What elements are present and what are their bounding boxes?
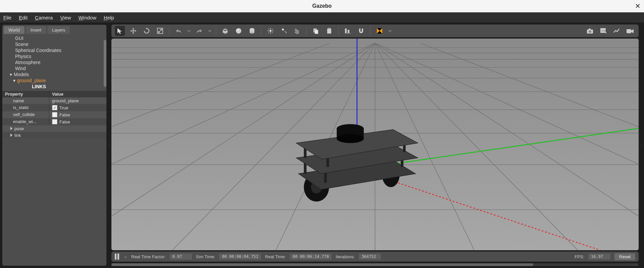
svg-point-6 bbox=[269, 30, 271, 32]
menu-help[interactable]: Help bbox=[104, 15, 114, 20]
tool-rotate[interactable] bbox=[142, 26, 152, 36]
directional-light[interactable] bbox=[292, 26, 302, 36]
viewport-3d[interactable] bbox=[111, 39, 639, 250]
tree-wind[interactable]: Wind bbox=[4, 65, 104, 71]
svg-line-18 bbox=[295, 32, 298, 34]
main-area: LOG bbox=[111, 24, 639, 266]
tree-gui[interactable]: GUI bbox=[4, 35, 104, 41]
rotate-icon bbox=[143, 27, 150, 35]
plot-button[interactable] bbox=[612, 26, 622, 36]
magnet-icon bbox=[357, 27, 365, 35]
titlebar: Gazebo ✕ bbox=[0, 0, 644, 12]
svg-point-5 bbox=[250, 32, 254, 34]
checkbox-is-static[interactable]: ✓ bbox=[52, 105, 57, 110]
align-button[interactable] bbox=[343, 26, 353, 36]
insert-box[interactable] bbox=[220, 26, 230, 36]
svg-line-12 bbox=[272, 32, 273, 33]
svg-rect-22 bbox=[328, 28, 330, 29]
menu-file[interactable]: File bbox=[3, 15, 11, 20]
tool-translate[interactable] bbox=[128, 26, 138, 36]
checkbox-self-collide[interactable] bbox=[52, 112, 57, 117]
tree-physics[interactable]: Physics bbox=[4, 53, 104, 59]
spot-light[interactable] bbox=[279, 26, 289, 36]
undo-button[interactable] bbox=[174, 26, 184, 36]
tree-ground-plane[interactable]: ▾ground_plane bbox=[4, 77, 104, 84]
view-mode-dropdown[interactable] bbox=[388, 26, 392, 36]
svg-point-1 bbox=[236, 28, 241, 34]
property-header-property: Property bbox=[2, 91, 49, 97]
svg-point-15 bbox=[282, 29, 284, 31]
box-icon bbox=[221, 27, 229, 35]
vertical-splitter[interactable]: ⋮ bbox=[108, 24, 110, 266]
menu-edit[interactable]: Edit bbox=[19, 15, 28, 20]
rtf-value: 0.97 bbox=[170, 254, 192, 260]
app-window: Gazebo ✕ File Edit Camera View Window He… bbox=[0, 0, 644, 268]
redo-icon bbox=[196, 27, 203, 35]
fps-label: FPS: bbox=[575, 254, 584, 259]
pause-button[interactable] bbox=[115, 254, 121, 260]
prop-row-is-static: is_static ✓True bbox=[2, 104, 106, 111]
log-button[interactable]: LOG bbox=[598, 26, 608, 36]
tree-scrollbar[interactable] bbox=[104, 40, 106, 87]
tab-layers[interactable]: Layers bbox=[47, 26, 70, 34]
prop-row-enable-wind: enable_wi... False bbox=[2, 118, 106, 125]
paste-button[interactable] bbox=[324, 26, 334, 36]
toolbar-separator bbox=[370, 26, 370, 35]
tab-world[interactable]: World bbox=[4, 26, 24, 34]
tool-scale[interactable] bbox=[155, 26, 165, 36]
iterations-label: Iterations: bbox=[336, 254, 355, 259]
world-tree[interactable]: GUI Scene Spherical Coordinates Physics … bbox=[2, 34, 106, 91]
record-button[interactable] bbox=[625, 26, 635, 36]
tree-links[interactable]: LINKS bbox=[4, 84, 104, 90]
snap-button[interactable] bbox=[356, 26, 366, 36]
copy-button[interactable] bbox=[311, 26, 321, 36]
cylinder-icon bbox=[248, 27, 256, 35]
log-icon: LOG bbox=[599, 27, 607, 35]
menu-view[interactable]: View bbox=[60, 15, 71, 20]
svg-rect-21 bbox=[327, 29, 331, 34]
right-splitter[interactable]: ⋮ bbox=[640, 24, 642, 266]
menu-camera[interactable]: Camera bbox=[35, 15, 53, 20]
svg-point-2 bbox=[237, 29, 239, 31]
redo-dropdown[interactable] bbox=[208, 26, 212, 36]
point-light[interactable] bbox=[265, 26, 276, 36]
tree-spherical[interactable]: Spherical Coordinates bbox=[4, 47, 104, 53]
left-panel: World Insert Layers GUI Scene Spherical … bbox=[2, 24, 107, 266]
move-icon bbox=[130, 27, 137, 35]
property-header-value: Value bbox=[49, 91, 106, 97]
camera-icon bbox=[586, 27, 594, 35]
screenshot-button[interactable] bbox=[585, 26, 595, 36]
checkbox-enable-wind[interactable] bbox=[52, 119, 57, 124]
paste-icon bbox=[326, 27, 333, 35]
perspective-icon bbox=[376, 27, 383, 35]
redo-button[interactable] bbox=[194, 26, 204, 36]
status-bar: ▸ Real Time Factor: 0.97 Sim Time: 00 00… bbox=[111, 252, 639, 262]
insert-sphere[interactable] bbox=[234, 26, 244, 36]
viewport-scrollbar[interactable] bbox=[111, 263, 639, 266]
property-header: Property Value bbox=[2, 91, 106, 97]
tree-scene[interactable]: Scene bbox=[4, 41, 104, 47]
close-icon[interactable]: ✕ bbox=[635, 2, 641, 10]
svg-rect-24 bbox=[348, 30, 349, 33]
prop-row-pose[interactable]: pose bbox=[2, 125, 106, 132]
reset-button[interactable]: Reset bbox=[614, 253, 635, 260]
chevron-down-icon bbox=[388, 29, 392, 33]
view-mode[interactable] bbox=[375, 26, 385, 36]
caret-right-icon bbox=[10, 127, 12, 130]
tree-atmosphere[interactable]: Atmosphere bbox=[4, 59, 104, 65]
prop-row-link[interactable]: link bbox=[2, 132, 106, 139]
svg-rect-32 bbox=[627, 29, 631, 33]
sphere-icon bbox=[235, 27, 242, 35]
tree-models[interactable]: ▾Models bbox=[4, 71, 104, 77]
menu-window[interactable]: Window bbox=[79, 15, 96, 20]
svg-rect-23 bbox=[345, 29, 347, 33]
plot-icon bbox=[613, 27, 621, 35]
insert-cylinder[interactable] bbox=[247, 26, 257, 36]
undo-dropdown[interactable] bbox=[187, 26, 191, 36]
svg-line-14 bbox=[268, 32, 269, 33]
tool-select[interactable] bbox=[115, 26, 125, 36]
svg-line-11 bbox=[268, 29, 269, 30]
toolbar-separator bbox=[338, 26, 339, 35]
tab-insert[interactable]: Insert bbox=[26, 26, 46, 34]
cursor-icon bbox=[116, 27, 123, 35]
